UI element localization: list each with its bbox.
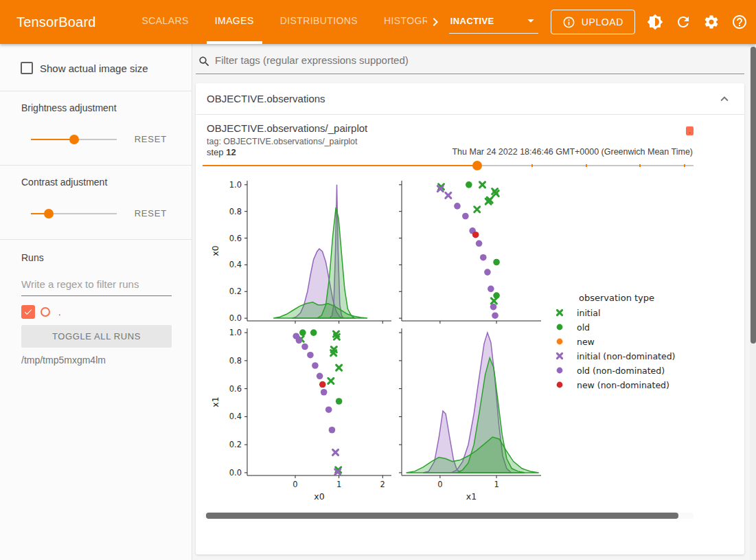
scatter-point [325,406,332,413]
legend-entry-label: old (non-dominated) [577,366,665,376]
scatter-point [472,232,479,238]
runs-title: Runs [21,252,171,263]
run-row: . [21,305,171,319]
scatter-point [474,207,480,212]
step-slider-tick [684,164,685,167]
log-directory-path: /tmp/tmp5mxgm4lm [21,355,171,366]
tick-label: 0.0 [229,468,242,478]
step-slider-tick [586,164,587,167]
scatter-point [328,378,334,383]
axis-label: x1 [466,491,477,502]
scatter-point [317,372,323,379]
scatter-point [319,381,326,388]
tick-label: 0.6 [229,384,242,394]
contrast-section: Contrast adjustment RESET [0,166,192,240]
tab-images[interactable]: IMAGES [207,0,262,44]
runs-filter-input[interactable] [21,276,172,296]
tick-label: 0.8 [229,207,242,216]
settings-button[interactable] [703,14,720,30]
scatter-point [336,398,343,405]
tick-label: 0.4 [229,412,242,421]
run-name: . [58,307,61,317]
scatter-point [333,449,339,455]
scatter-point [557,382,563,388]
tick-label: 0 [437,480,442,489]
tick-label: 0 [293,480,297,489]
gear-icon [703,14,720,30]
step-value: 12 [226,147,236,157]
runs-section: Runs . TOGGLE ALL RUNS /tmp/tmp5mxgm4lm [0,240,192,366]
contrast-slider[interactable] [31,209,117,219]
refresh-button[interactable] [675,14,691,30]
tick-label: 1 [336,480,341,489]
header-actions: INACTIVE UPLOAD [427,10,748,34]
sidebar: Show actual image size Brightness adjust… [0,44,192,560]
tab-histograms[interactable]: HISTOGRAMS [376,0,427,44]
horizontal-scrollbar [203,513,694,519]
tab-distributions[interactable]: DISTRIBUTIONS [272,0,366,44]
step-slider-tick [531,164,533,167]
brightness-slider[interactable] [31,135,117,144]
axis-label: x1 [210,396,220,407]
axis-label: x0 [210,245,220,256]
step-slider-tick [639,164,641,167]
tab-scalars[interactable]: SCALARS [134,0,197,44]
run-checkbox[interactable] [21,305,35,319]
tick-label: 0.2 [229,440,242,449]
tab-bar: SCALARS IMAGES DISTRIBUTIONS HISTOGRAMS … [134,0,427,44]
timestamp: Thu Mar 24 2022 18:46:46 GMT+0000 (Green… [452,147,693,157]
brightness-reset-button[interactable]: RESET [130,131,171,147]
info-icon [562,16,575,29]
show-actual-size-checkbox[interactable] [21,62,33,74]
scatter-point [557,339,563,345]
scatter-point [488,286,494,293]
tick-label: 1.0 [229,180,242,190]
tick-label: 2 [380,480,385,489]
check-icon [23,307,33,317]
upload-label: UPLOAD [582,16,623,27]
scatter-point [557,353,562,358]
scatter-point [557,324,563,331]
brightness-section: Brightness adjustment RESET [0,91,192,166]
pairplot-image: 0.00.20.40.60.81.0x00120.00.20.40.60.81.… [203,175,694,512]
scatter-point [484,269,491,276]
tag-filter-row [196,54,744,74]
tag-group-card: OBJECTIVE.observations OBJECTIVE.observa… [196,83,744,555]
vertical-scrollbar-thumb[interactable] [751,47,756,344]
toggle-all-runs-button[interactable]: TOGGLE ALL RUNS [21,325,172,348]
legend-entry-label: new (non-dominated) [577,380,669,390]
tag-filter-input[interactable] [215,54,744,66]
legend-entry-label: initial (non-dominated) [577,351,675,361]
scatter-point [492,312,499,319]
tick-label: 1 [494,480,499,489]
scatter-point [454,203,461,210]
tick-label: 0.2 [229,287,242,296]
help-button[interactable] [731,14,748,30]
run-color-radio[interactable] [41,307,50,317]
upload-button[interactable]: UPLOAD [551,10,635,34]
scatter-point [557,368,563,374]
chevron-right-icon[interactable] [427,14,444,30]
collapse-chevron-icon[interactable] [717,91,732,107]
show-actual-size-row: Show actual image size [0,44,192,91]
contrast-reset-button[interactable]: RESET [130,205,171,221]
scatter-point [307,352,314,359]
legend-entry-label: new [577,337,595,347]
card-header[interactable]: OBJECTIVE.observations [196,83,744,115]
tick-label: 0.8 [229,356,242,366]
scatter-point [462,213,469,220]
legend-entry-label: old [577,322,590,333]
pairplot-svg: 0.00.20.40.60.81.0x00120.00.20.40.60.81.… [203,175,694,512]
run-state-dropdown[interactable]: INACTIVE [449,10,538,34]
vertical-scrollbar [750,44,756,560]
scatter-point [310,329,317,336]
scatter-point [491,298,496,304]
search-icon [198,55,211,68]
brightness-toggle-button[interactable] [647,14,663,30]
brightness-icon [647,14,663,30]
horizontal-scrollbar-thumb[interactable] [206,513,678,519]
step-slider[interactable] [203,161,694,170]
scatter-point [557,310,562,315]
show-actual-size-label: Show actual image size [40,63,148,74]
scatter-point [490,304,497,311]
